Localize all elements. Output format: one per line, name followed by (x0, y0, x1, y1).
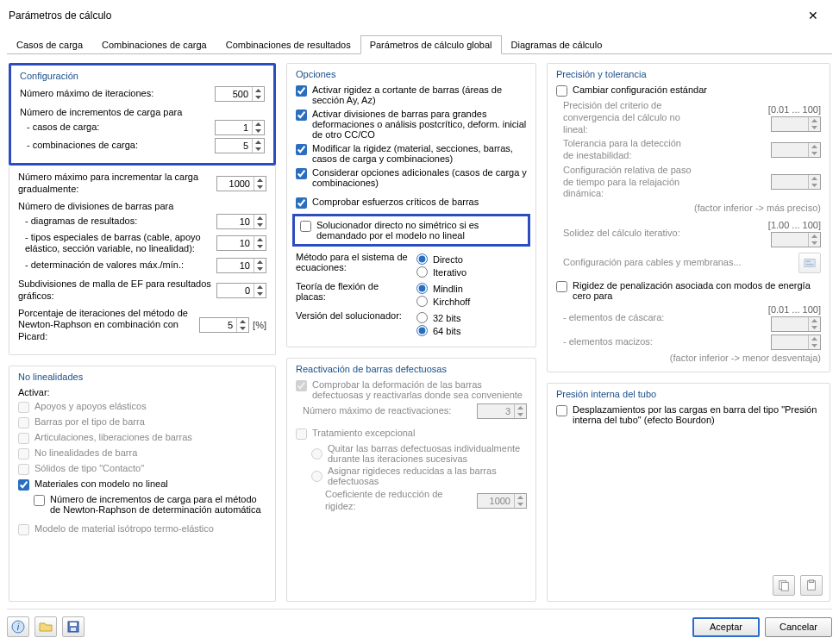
chk-exceptional-label: Tratamiento excepcional (312, 428, 415, 438)
spin-down[interactable] (253, 146, 264, 153)
chk-nl-materials[interactable] (18, 479, 29, 491)
chk-nonsymmetric-solver-label: Solucionador directo no simétrico si es … (316, 220, 523, 241)
input-max-iterations[interactable] (216, 87, 252, 101)
tab-global-params[interactable]: Parámetros de cálculo global (360, 35, 502, 54)
radio-plate-kirchhoff-label: Kirchhoff (433, 297, 470, 307)
group-title-tube: Presión interna del tubo (556, 389, 821, 399)
tab-calc-diagrams[interactable]: Diagramas de cálculo (502, 35, 612, 54)
label-activate: Activar: (18, 387, 266, 397)
label-pen-shell: - elementos de cáscara: (563, 312, 756, 324)
spin-down[interactable] (254, 266, 266, 272)
spin-up (809, 143, 820, 150)
spin-up[interactable] (253, 139, 264, 146)
spin-down[interactable] (254, 222, 266, 228)
group-options: Opciones Activar rigidez a cortante de b… (286, 63, 536, 347)
chk-member-divisions[interactable] (296, 109, 307, 121)
chk-nl-materials-label: Materiales con modelo no lineal (34, 478, 168, 489)
label-cables-membranes: Configuración para cables y membranas... (563, 257, 793, 269)
spin-up[interactable] (253, 121, 264, 128)
window-title: Parámetros de cálculo (9, 9, 111, 22)
accept-button[interactable]: Aceptar (692, 617, 760, 637)
spin-up[interactable] (237, 318, 248, 325)
open-icon[interactable] (34, 616, 57, 637)
label-fe-sub: Subdivisiones de malla de EF para result… (18, 278, 211, 303)
unit-percent: [%] (253, 320, 266, 330)
save-icon[interactable] (62, 616, 85, 637)
radio-plate-mindlin[interactable] (416, 283, 428, 294)
chk-additional-options[interactable] (296, 168, 307, 179)
label-incr-co: - combinaciones de carga: (27, 140, 210, 152)
spin-down[interactable] (253, 128, 264, 134)
radio-ver-32-label: 32 bits (433, 313, 460, 323)
radio-eq-iterative[interactable] (416, 266, 428, 278)
input-coef-reduction (478, 494, 514, 508)
input-incr-lc[interactable] (216, 121, 252, 134)
spin-up[interactable] (254, 284, 266, 291)
input-pen-solid (772, 335, 808, 349)
label-plate-theory: Teoría de flexión de placas: (296, 281, 408, 309)
chk-nr-auto-incr[interactable] (34, 495, 45, 506)
label-div-det: - determinación de valores máx./mín.: (25, 259, 211, 272)
chk-penalty-stiffness[interactable] (556, 281, 567, 292)
spin-down[interactable] (254, 243, 266, 250)
chk-change-standard[interactable] (556, 85, 567, 97)
chk-exceptional (296, 428, 307, 440)
group-config: Configuración Número máximo de iteracion… (9, 63, 276, 166)
tab-result-combinations[interactable]: Combinaciones de resultados (216, 35, 360, 54)
label-max-react: Número máximo de reactivaciones: (303, 405, 472, 417)
chk-nonsymmetric-solver[interactable] (300, 221, 311, 232)
input-incr-co[interactable] (216, 139, 252, 153)
input-div-types[interactable] (217, 236, 254, 250)
spin-up[interactable] (254, 177, 266, 184)
input-dyn-relax (772, 175, 808, 189)
input-fe-sub[interactable] (217, 284, 254, 297)
group-nonlinearities: No linealidades Activar: Apoyos y apoyos… (9, 366, 276, 602)
svg-rect-11 (71, 628, 76, 631)
highlight-nonsymmetric-solver: Solucionador directo no simétrico si es … (292, 214, 530, 247)
spin-down[interactable] (254, 291, 266, 297)
chk-critical-forces-label: Comprobar esfuerzos críticos de barras (312, 197, 479, 207)
chk-hinges (18, 433, 29, 444)
radio-plate-kirchhoff[interactable] (416, 296, 428, 307)
input-div-det[interactable] (217, 259, 254, 272)
label-solver-version: Versión del solucionador: (296, 310, 408, 338)
radio-ver-64[interactable] (416, 325, 428, 336)
radio-ver-32[interactable] (416, 312, 428, 323)
svg-rect-2 (806, 264, 814, 266)
paste-icon[interactable] (800, 575, 823, 596)
chk-modify-stiffness[interactable] (296, 144, 307, 155)
group-title-options: Opciones (296, 69, 527, 79)
copy-icon[interactable] (773, 575, 795, 596)
range-robust: [1.00 ... 100] (768, 220, 821, 230)
input-div-diag[interactable] (217, 215, 254, 228)
label-div-header: Número de divisiones de barras para (18, 201, 266, 211)
input-nr-picard[interactable] (200, 318, 236, 332)
label-conv-precision: Precisión del criterio de convergencia d… (563, 100, 692, 135)
label-eq-method: Método para el sistema de ecuaciones: (296, 252, 408, 279)
spin-down[interactable] (254, 184, 266, 191)
spin-up[interactable] (253, 87, 264, 94)
spin-down[interactable] (253, 94, 264, 101)
group-title-react: Reactivación de barras defectuosas (296, 364, 527, 374)
chk-hinges-label: Articulaciones, liberaciones de barras (34, 432, 192, 442)
spin-down[interactable] (237, 325, 248, 332)
close-icon[interactable]: ✕ (796, 5, 830, 26)
chk-critical-forces[interactable] (296, 197, 307, 209)
cancel-button[interactable]: Cancelar (765, 617, 832, 637)
group-config-ext: Número máximo para incrementar la carga … (9, 166, 276, 355)
help-icon[interactable]: i (7, 616, 29, 637)
spin-up (809, 117, 820, 124)
radio-eq-direct[interactable] (416, 253, 428, 265)
spin-up[interactable] (254, 215, 266, 222)
spin-up[interactable] (254, 259, 266, 266)
tab-load-cases[interactable]: Casos de carga (7, 35, 92, 54)
chk-bourdon[interactable] (556, 405, 567, 416)
tab-load-combinations[interactable]: Combinaciones de carga (92, 35, 216, 54)
chk-nr-auto-incr-label: Número de incrementos de carga para el m… (50, 494, 266, 515)
spin-down (809, 150, 820, 157)
chk-shear-stiffness[interactable] (296, 85, 307, 97)
group-title-config: Configuración (20, 71, 265, 81)
input-pen-shell (772, 317, 808, 331)
spin-up[interactable] (254, 236, 266, 243)
input-max-gradual[interactable] (217, 177, 254, 191)
